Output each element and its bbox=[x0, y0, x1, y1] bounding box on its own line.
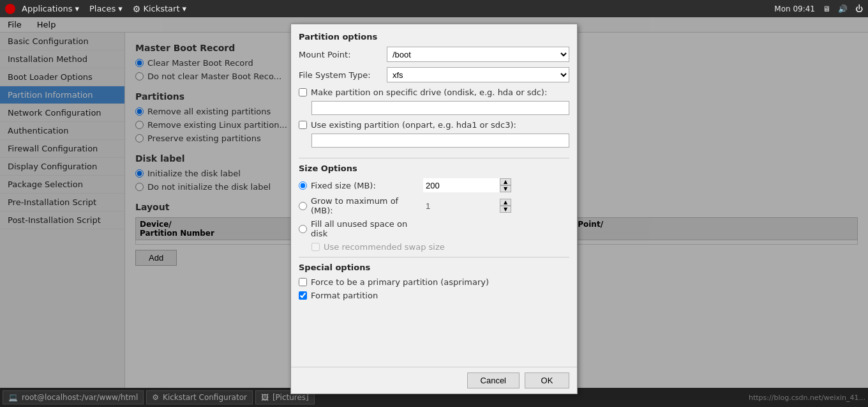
grow-max-radio[interactable] bbox=[299, 202, 307, 210]
size-options-title: Size Options bbox=[299, 164, 569, 173]
divider1 bbox=[299, 158, 569, 158]
dialog-footer: Cancel OK bbox=[291, 367, 577, 394]
os-logo bbox=[5, 4, 15, 14]
existing-partition-input[interactable] bbox=[311, 134, 569, 148]
dialog-overlay: Partition options Mount Point: /boot / /… bbox=[0, 17, 868, 407]
grow-max-input[interactable] bbox=[423, 199, 500, 213]
format-partition-checkbox[interactable] bbox=[299, 291, 307, 300]
fixed-size-up[interactable]: ▲ bbox=[500, 178, 511, 185]
ok-button[interactable]: OK bbox=[525, 372, 569, 388]
display-icon[interactable]: 🖥 bbox=[823, 4, 830, 13]
grow-max-label: Grow to maximum of (MB): bbox=[311, 196, 419, 215]
grow-max-spinbtns: ▲ ▼ bbox=[500, 199, 511, 213]
fixed-size-spin: ▲ ▼ bbox=[423, 178, 511, 192]
grow-max-down[interactable]: ▼ bbox=[500, 206, 511, 213]
existing-partition-row: Use existing partition (onpart, e.g. hda… bbox=[299, 120, 569, 130]
places-label: Places bbox=[89, 4, 116, 13]
mount-point-select[interactable]: /boot / /home /var swap bbox=[387, 47, 569, 62]
applications-menu[interactable]: Applications ▾ bbox=[18, 3, 83, 15]
fixed-size-radio[interactable] bbox=[299, 181, 307, 190]
volume-icon[interactable]: 🔊 bbox=[838, 4, 848, 13]
specific-drive-row: Make partition on specific drive (ondisk… bbox=[299, 88, 569, 97]
mount-point-row: Mount Point: /boot / /home /var swap bbox=[299, 47, 569, 62]
grow-max-row: Grow to maximum of (MB): ▲ ▼ bbox=[299, 196, 569, 215]
power-icon[interactable]: ⏻ bbox=[855, 4, 863, 13]
grow-max-spin: ▲ ▼ bbox=[423, 199, 511, 213]
fixed-size-input[interactable] bbox=[423, 178, 500, 192]
force-primary-checkbox[interactable] bbox=[299, 278, 307, 286]
divider2 bbox=[299, 257, 569, 257]
kickstart-menu[interactable]: ⚙ Kickstart ▾ bbox=[129, 3, 190, 15]
kickstart-icon-small: ⚙ bbox=[133, 4, 141, 14]
existing-partition-checkbox[interactable] bbox=[299, 121, 307, 129]
places-arrow: ▾ bbox=[118, 4, 123, 13]
filesystem-row: File System Type: xfs ext4 ext3 swap bbox=[299, 67, 569, 82]
applications-arrow: ▾ bbox=[75, 4, 79, 13]
special-options-title: Special options bbox=[299, 263, 569, 272]
fixed-size-row: Fixed size (MB): ▲ ▼ bbox=[299, 178, 569, 192]
applications-label: Applications bbox=[22, 4, 72, 13]
format-partition-row: Format partition bbox=[299, 291, 569, 300]
force-primary-label: Force to be a primary partition (asprima… bbox=[311, 277, 489, 287]
filesystem-label: File System Type: bbox=[299, 70, 382, 80]
partition-options-dialog: Partition options Mount Point: /boot / /… bbox=[290, 24, 578, 394]
recommended-swap-row: Use recommended swap size bbox=[311, 242, 569, 252]
kickstart-arrow: ▾ bbox=[182, 4, 186, 13]
fixed-size-label: Fixed size (MB): bbox=[311, 181, 419, 190]
mount-point-label: Mount Point: bbox=[299, 50, 382, 59]
dialog-title: Partition options bbox=[299, 32, 569, 42]
dialog-body: Partition options Mount Point: /boot / /… bbox=[291, 24, 577, 367]
fill-all-label: Fill all unused space on disk bbox=[311, 219, 419, 238]
recommended-swap-label: Use recommended swap size bbox=[324, 242, 445, 252]
existing-partition-label: Use existing partition (onpart, e.g. hda… bbox=[311, 120, 516, 130]
fill-all-radio[interactable] bbox=[299, 225, 307, 233]
fixed-size-spinbtns: ▲ ▼ bbox=[500, 178, 511, 192]
recommended-swap-checkbox[interactable] bbox=[311, 243, 320, 251]
topbar: Applications ▾ Places ▾ ⚙ Kickstart ▾ Mo… bbox=[0, 0, 868, 17]
places-menu[interactable]: Places ▾ bbox=[86, 3, 126, 15]
clock: Mon 09:41 bbox=[774, 4, 815, 13]
force-primary-row: Force to be a primary partition (asprima… bbox=[299, 277, 569, 287]
grow-max-up[interactable]: ▲ bbox=[500, 199, 511, 206]
kickstart-label: Kickstart bbox=[143, 4, 179, 13]
format-partition-label: Format partition bbox=[311, 291, 378, 300]
filesystem-select[interactable]: xfs ext4 ext3 swap bbox=[387, 67, 569, 82]
specific-drive-checkbox[interactable] bbox=[299, 88, 307, 96]
specific-drive-label: Make partition on specific drive (ondisk… bbox=[311, 88, 547, 97]
cancel-button[interactable]: Cancel bbox=[467, 372, 520, 388]
specific-drive-input[interactable] bbox=[311, 101, 569, 115]
fill-all-row: Fill all unused space on disk bbox=[299, 219, 569, 238]
fixed-size-down[interactable]: ▼ bbox=[500, 185, 511, 192]
